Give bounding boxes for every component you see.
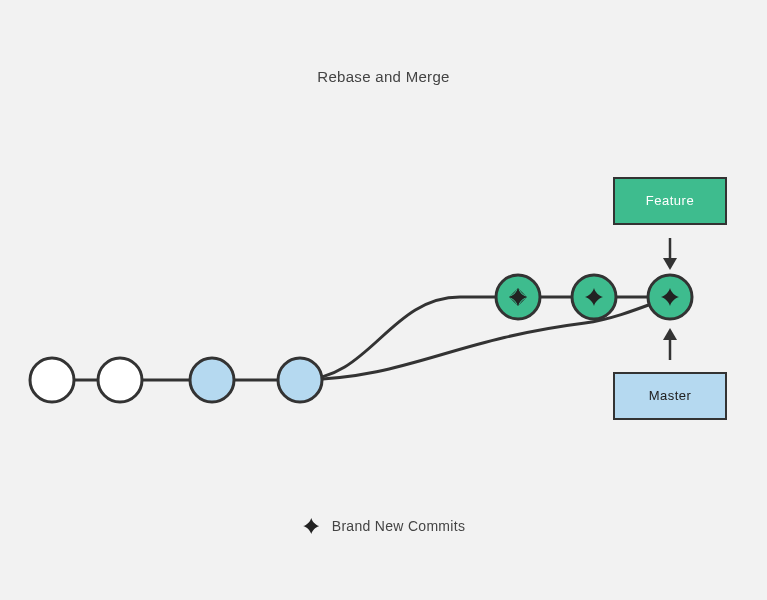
legend-label: Brand New Commits [332, 518, 465, 534]
legend: Brand New Commits [302, 517, 465, 535]
diagram-canvas: Feature Master [0, 0, 767, 600]
arrowhead-icon [663, 328, 677, 340]
commit-node [190, 358, 234, 402]
star-icon [302, 517, 320, 535]
connector-curve-up [300, 297, 460, 380]
feature-branch-label: Feature [646, 193, 694, 208]
master-branch-label: Master [649, 388, 692, 403]
commit-node [98, 358, 142, 402]
commit-node [278, 358, 322, 402]
connector-curve-under [300, 297, 670, 380]
arrowhead-icon [663, 258, 677, 270]
commit-node [30, 358, 74, 402]
